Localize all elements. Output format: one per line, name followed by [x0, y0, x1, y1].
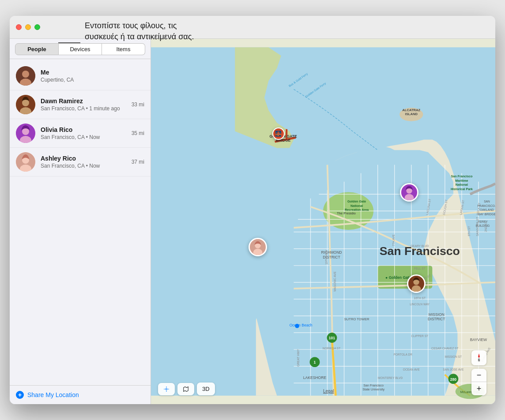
- close-button[interactable]: [16, 24, 22, 30]
- svg-text:RICHMOND: RICHMOND: [321, 250, 342, 255]
- contact-name-dawn: Dawn Ramirez: [41, 98, 128, 105]
- svg-text:MASONIC AVE: MASONIC AVE: [333, 271, 336, 292]
- contact-detail-ashley: San Francisco, CA • Now: [41, 163, 128, 169]
- svg-text:LINCOLN WAY: LINCOLN WAY: [410, 303, 430, 306]
- svg-point-1: [22, 71, 29, 78]
- svg-marker-123: [478, 353, 480, 358]
- maximize-button[interactable]: [34, 24, 40, 30]
- contact-detail-olivia: San Francisco, CA • Now: [41, 134, 128, 140]
- contact-distance-ashley: 37 mi: [132, 159, 144, 165]
- contact-item-dawn[interactable]: Dawn Ramirez San Francisco, CA • 1 minut…: [10, 90, 151, 119]
- contact-info-olivia: Olivia Rico San Francisco, CA • Now: [41, 126, 128, 140]
- map-pin-dawn[interactable]: [407, 274, 426, 293]
- avatar-dawn: [16, 95, 35, 114]
- svg-text:Ocean Beach: Ocean Beach: [290, 323, 313, 327]
- zoom-out-btn[interactable]: −: [471, 369, 486, 382]
- map-bottom-controls: 3D: [158, 382, 215, 395]
- share-location-label: Share My Location: [27, 391, 79, 398]
- svg-text:101: 101: [329, 336, 335, 340]
- svg-text:San Francisco: San Francisco: [363, 384, 384, 387]
- svg-text:The Presidio: The Presidio: [337, 211, 356, 215]
- svg-marker-122: [184, 386, 188, 391]
- contact-name-ashley: Ashley Rico: [41, 155, 128, 162]
- minimize-button[interactable]: [25, 24, 31, 30]
- svg-text:BAYVIEW: BAYVIEW: [470, 338, 487, 342]
- golden-gate-pin[interactable]: 🌉: [272, 128, 285, 140]
- zoom-in-btn[interactable]: +: [471, 382, 486, 395]
- 3d-btn[interactable]: 3D: [197, 382, 215, 395]
- contact-item-olivia[interactable]: Olivia Rico San Francisco, CA • Now 35 m…: [10, 119, 151, 148]
- svg-text:MISSION: MISSION: [429, 312, 445, 317]
- contact-info-me: Me Cupertino, CA: [41, 69, 144, 83]
- titlebar: [10, 16, 495, 39]
- svg-text:MISSION ST: MISSION ST: [445, 355, 462, 358]
- svg-text:N: N: [478, 359, 480, 362]
- svg-text:2ND ST: 2ND ST: [484, 221, 487, 232]
- contact-detail-me: Cupertino, CA: [41, 77, 144, 83]
- svg-text:NORIEGA ST: NORIEGA ST: [323, 347, 341, 350]
- contact-distance-olivia: 35 mi: [132, 130, 144, 136]
- svg-text:GREAT HWY: GREAT HWY: [297, 349, 300, 367]
- contacts-list: Me Cupertino, CA D: [10, 59, 151, 385]
- svg-text:FELL ST: FELL ST: [414, 267, 426, 270]
- svg-text:PORTOLA DR: PORTOLA DR: [393, 353, 412, 356]
- tab-devices[interactable]: Devices: [59, 43, 102, 55]
- contact-detail-dawn: San Francisco, CA • 1 minute ago: [41, 105, 128, 112]
- svg-text:OAKLAND: OAKLAND: [480, 208, 494, 211]
- svg-text:National: National: [350, 204, 363, 208]
- svg-text:7TH AVE: 7TH AVE: [392, 234, 395, 246]
- contact-name-me: Me: [41, 69, 144, 76]
- contact-name-olivia: Olivia Rico: [41, 126, 128, 133]
- map-controls: N − +: [471, 350, 486, 395]
- map-pin-olivia[interactable]: [400, 183, 418, 202]
- map-area[interactable]: 101 1 280: [151, 39, 495, 404]
- svg-text:Golden Gate: Golden Gate: [347, 200, 366, 203]
- svg-point-71: [295, 324, 299, 328]
- app-window: Εντοπίστε τους φίλους, τις συσκευές ή τα…: [10, 16, 495, 404]
- svg-text:9TH ST: 9TH ST: [467, 226, 471, 236]
- svg-text:16TH ST: 16TH ST: [414, 296, 426, 300]
- zoom-controls: − +: [471, 369, 486, 395]
- svg-text:San Francisco: San Francisco: [451, 175, 473, 178]
- svg-text:BAY BRIDGE: BAY BRIDGE: [478, 213, 495, 216]
- tabs-bar: People Devices Items: [10, 39, 151, 59]
- svg-text:MONTEREY BLVD: MONTEREY BLVD: [378, 376, 403, 379]
- svg-text:GEARY BLVD: GEARY BLVD: [411, 244, 429, 248]
- legal-text[interactable]: Legal: [323, 389, 334, 394]
- sidebar: People Devices Items Me: [10, 39, 151, 404]
- share-location-icon: +: [16, 391, 24, 399]
- traffic-lights: [16, 24, 40, 30]
- svg-text:280: 280: [450, 377, 457, 382]
- svg-text:State University: State University: [362, 388, 384, 391]
- svg-text:OCEAN AVE: OCEAN AVE: [403, 368, 420, 371]
- contact-item-ashley[interactable]: Ashley Rico San Francisco, CA • Now 37 m…: [10, 148, 151, 176]
- svg-text:SAN: SAN: [484, 200, 490, 203]
- contact-distance-dawn: 33 mi: [132, 101, 144, 108]
- avatar-ashley: [16, 152, 35, 172]
- svg-text:SANSOME ST: SANSOME ST: [476, 217, 479, 236]
- map-svg: 101 1 280: [151, 39, 495, 404]
- tab-items[interactable]: Items: [102, 43, 145, 55]
- svg-text:1: 1: [314, 360, 316, 364]
- svg-text:National: National: [456, 183, 468, 187]
- contact-info-dawn: Dawn Ramirez San Francisco, CA • 1 minut…: [41, 98, 128, 112]
- svg-point-121: [166, 388, 167, 390]
- svg-text:SUTRO TOWER: SUTRO TOWER: [344, 317, 369, 321]
- avatar-olivia: [16, 124, 35, 143]
- tab-people[interactable]: People: [15, 43, 59, 55]
- svg-text:ALCATRAZ: ALCATRAZ: [402, 108, 420, 112]
- svg-text:Historical Park: Historical Park: [451, 188, 473, 191]
- svg-text:ISLAND: ISLAND: [405, 112, 418, 116]
- svg-text:19TH HWY: 19TH HWY: [325, 249, 328, 264]
- svg-text:CLIPPER ST: CLIPPER ST: [411, 334, 428, 338]
- location-btn[interactable]: [158, 383, 175, 395]
- compass-btn[interactable]: N: [471, 350, 486, 365]
- contact-item-me[interactable]: Me Cupertino, CA: [10, 62, 151, 90]
- map-type-btn[interactable]: [177, 383, 194, 395]
- share-location-footer[interactable]: + Share My Location: [10, 385, 151, 404]
- app-body: People Devices Items Me: [10, 39, 495, 404]
- svg-text:SAN JOSE AVE: SAN JOSE AVE: [443, 368, 464, 371]
- map-pin-ashley[interactable]: [249, 238, 267, 256]
- svg-text:LAKESHORE: LAKESHORE: [303, 375, 327, 380]
- svg-text:CESAR CHAVEZ ST: CESAR CHAVEZ ST: [431, 347, 459, 350]
